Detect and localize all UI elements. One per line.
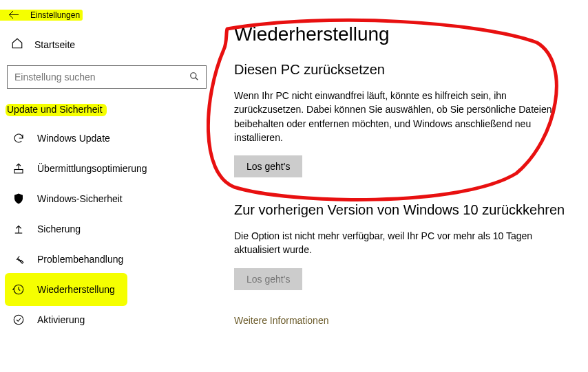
nav-item-backup[interactable]: Sicherung <box>7 214 207 244</box>
shield-icon <box>12 193 25 205</box>
nav-list: Windows Update Übermittlungsoptimierung … <box>7 123 207 335</box>
section-reset-pc: Diesen PC zurücksetzen Wenn Ihr PC nicht… <box>234 62 567 177</box>
goback-heading: Zur vorherigen Version von Windows 10 zu… <box>234 202 567 218</box>
nav-label: Wiederherstellung <box>37 284 115 295</box>
delivery-icon <box>12 162 25 175</box>
check-icon <box>12 314 25 326</box>
goback-button: Los geht's <box>234 268 302 290</box>
nav-label: Übermittlungsoptimierung <box>37 163 147 174</box>
home-icon <box>11 37 23 52</box>
page-title: Wiederherstellung <box>234 23 567 45</box>
nav-label: Aktivierung <box>37 314 85 325</box>
backup-icon <box>12 223 25 235</box>
nav-label: Windows Update <box>37 133 110 144</box>
svg-point-4 <box>14 315 23 325</box>
sync-icon <box>12 132 25 144</box>
nav-item-windows-update[interactable]: Windows Update <box>7 123 207 153</box>
header-row: 🡠 Einstellungen <box>7 7 207 30</box>
header-title: Einstellungen <box>30 10 80 20</box>
search-icon <box>189 72 199 83</box>
home-link[interactable]: Startseite <box>7 30 207 58</box>
nav-label: Problembehandlung <box>37 254 123 265</box>
svg-point-0 <box>191 72 196 78</box>
content-area: Wiederherstellung Diesen PC zurücksetzen… <box>213 0 588 372</box>
reset-body: Wenn Ihr PC nicht einwandfrei läuft, kön… <box>234 89 558 144</box>
reset-button[interactable]: Los geht's <box>234 155 302 177</box>
svg-rect-2 <box>14 170 23 173</box>
nav-item-troubleshoot[interactable]: Problembehandlung <box>7 244 207 274</box>
category-label: Update und Sicherheit <box>7 101 207 123</box>
nav-label: Sicherung <box>37 223 81 234</box>
home-label: Startseite <box>34 39 75 50</box>
search-input[interactable] <box>14 72 189 83</box>
recovery-icon <box>12 283 25 296</box>
nav-item-windows-security[interactable]: Windows-Sicherheit <box>7 184 207 214</box>
svg-line-1 <box>196 77 198 80</box>
goback-body: Die Option ist nicht mehr verfügbar, wei… <box>234 229 558 257</box>
nav-item-recovery[interactable]: Wiederherstellung <box>7 274 207 305</box>
more-info-link[interactable]: Weitere Informationen <box>234 315 328 326</box>
sidebar: 🡠 Einstellungen Startseite Update und Si… <box>0 0 213 372</box>
back-icon[interactable]: 🡠 <box>8 10 19 21</box>
nav-label: Windows-Sicherheit <box>37 193 123 204</box>
reset-heading: Diesen PC zurücksetzen <box>234 62 567 78</box>
wrench-icon <box>12 253 25 265</box>
section-go-back: Zur vorherigen Version von Windows 10 zu… <box>234 202 567 290</box>
nav-item-delivery-optimization[interactable]: Übermittlungsoptimierung <box>7 153 207 184</box>
nav-item-activation[interactable]: Aktivierung <box>7 305 207 335</box>
search-box[interactable] <box>7 65 207 89</box>
